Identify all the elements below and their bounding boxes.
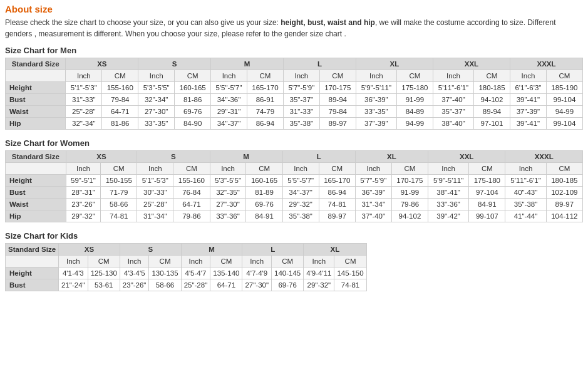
- men-header-s: S: [138, 58, 211, 70]
- kids-header-s: S: [120, 244, 181, 256]
- men-sub-cm-2: CM: [175, 70, 211, 82]
- table-row: Waist23"-26"58-6625"-28"64-7127"-30"69-7…: [6, 199, 583, 210]
- description-text: Please check the size chart to choose yo…: [5, 17, 583, 39]
- men-sub-cm-4: CM: [319, 70, 356, 82]
- men-header-l: L: [283, 58, 356, 70]
- men-header-standard: Standard Size: [6, 58, 66, 70]
- kids-header-standard: Standard Size: [6, 244, 59, 256]
- men-sub-cm-3: CM: [247, 70, 283, 82]
- table-row: Height5'1"-5'3"155-1605'3"-5'5"160-1655'…: [6, 82, 583, 94]
- kids-header-l: L: [242, 244, 304, 256]
- table-row: Height4'1-4'3125-1304'3-4'5130-1354'5-4'…: [6, 267, 367, 279]
- men-sub-inch-2: Inch: [138, 70, 175, 82]
- women-header-s: S: [137, 151, 210, 163]
- men-sub-inch-3: Inch: [211, 70, 247, 82]
- women-header-standard: Standard Size: [6, 151, 66, 163]
- women-section-title: Size Chart for Women: [5, 138, 583, 148]
- kids-size-table: Standard Size XS S M L XL InchCM InchCM …: [5, 243, 367, 291]
- men-sub-inch-5: Inch: [356, 70, 396, 82]
- kids-header-xs: XS: [59, 244, 120, 256]
- table-row: Height59"-5'1"150-1555'1"-5'3"155-1605'3…: [6, 175, 583, 187]
- women-header-xl: XL: [355, 151, 428, 163]
- women-subheader-empty: [6, 163, 66, 175]
- men-header-xxxl: XXXL: [510, 58, 583, 70]
- women-size-table: Standard Size XS S M L XL XXL XXXL InchC…: [5, 150, 583, 222]
- men-sub-cm-7: CM: [546, 70, 582, 82]
- men-sub-inch-1: Inch: [66, 70, 102, 82]
- page-title: About size: [5, 4, 583, 14]
- men-sub-cm-1: CM: [102, 70, 138, 82]
- table-row: Bust28"-31"71-7930"-33"76-8432"-35"81-89…: [6, 187, 583, 199]
- table-row: Bust21"-24"53-6123"-26"58-6625"-28"64-71…: [6, 279, 367, 291]
- men-subheader-empty: [6, 70, 66, 82]
- men-sub-cm-5: CM: [396, 70, 433, 82]
- men-sub-cm-6: CM: [473, 70, 510, 82]
- men-header-m: M: [211, 58, 284, 70]
- men-sub-inch-7: Inch: [510, 70, 547, 82]
- women-header-xs: XS: [66, 151, 137, 163]
- men-header-xl: XL: [356, 58, 433, 70]
- table-row: Hip32"-34"81-8633"-35"84-9034"-37"86-943…: [6, 118, 583, 130]
- men-sub-inch-6: Inch: [433, 70, 473, 82]
- men-header-xs: XS: [66, 58, 138, 70]
- women-header-xxxl: XXXL: [505, 151, 583, 163]
- table-row: Hip29"-32"74-8131"-34"79-8633"-36"84-913…: [6, 210, 583, 222]
- kids-header-m: M: [181, 244, 242, 256]
- women-header-l: L: [282, 151, 355, 163]
- men-size-table: Standard Size XS S M L XL XXL XXXL Inch …: [5, 58, 583, 130]
- men-section-title: Size Chart for Men: [5, 46, 583, 55]
- women-header-xxl: XXL: [428, 151, 505, 163]
- table-row: Bust31"-33"79-8432"-34"81-8634"-36"86-91…: [6, 94, 583, 106]
- kids-section-title: Size Chart for Kids: [5, 231, 583, 241]
- women-header-m: M: [210, 151, 282, 163]
- table-row: Waist25"-28"64-7127"-30"69-7629"-31"74-7…: [6, 106, 583, 118]
- kids-header-xl: XL: [304, 244, 366, 256]
- men-header-xxl: XXL: [433, 58, 510, 70]
- men-sub-inch-4: Inch: [283, 70, 319, 82]
